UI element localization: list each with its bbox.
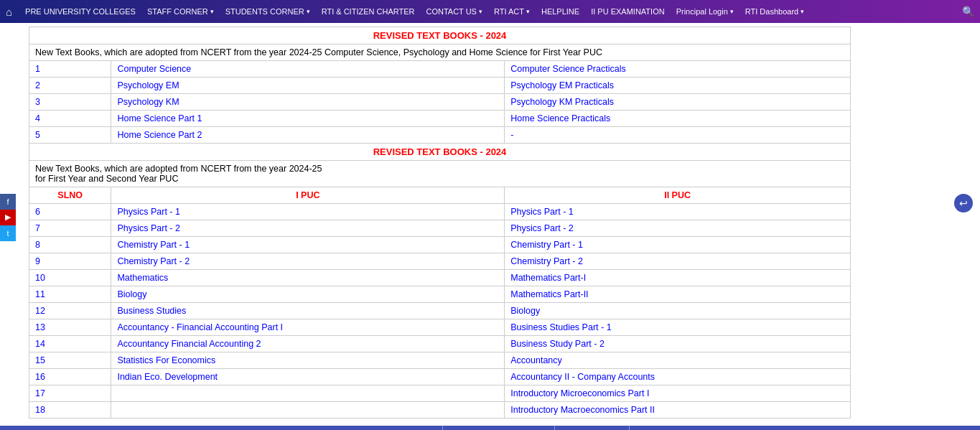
nav-rti-act[interactable]: RTI ACT▾ — [488, 7, 536, 16]
col-ipuc: I PUC — [111, 187, 505, 204]
col-iipuc: II PUC — [505, 187, 851, 204]
section1-info-row: New Text Books, which are adopted from N… — [29, 45, 851, 61]
footer-visitors[interactable]: Visitors — [555, 426, 629, 430]
nav-rti-dashboard[interactable]: RTI Dashboard▾ — [739, 7, 810, 16]
table-row: 9 Chemistry Part - 2 Chemistry Part - 2 — [29, 253, 851, 270]
iipuc-cell[interactable]: Computer Science Practicals — [505, 61, 851, 78]
ipuc-cell[interactable]: Computer Science — [111, 61, 505, 78]
row-num: 1 — [29, 61, 111, 78]
navbar: ⌂ PRE UNIVERSITY COLLEGES STAFF CORNER▾ … — [0, 0, 980, 23]
nav-rti-citizen[interactable]: RTI & CITIZEN CHARTER — [316, 7, 421, 16]
table-row: 13 Accountancy - Financial Accounting Pa… — [29, 319, 851, 336]
section1-header-cell: REVISED TEXT BOOKS - 2024 — [29, 27, 851, 45]
table-row: 8 Chemistry Part - 1 Chemistry Part - 1 — [29, 237, 851, 253]
nav-staff-corner[interactable]: STAFF CORNER▾ — [141, 7, 220, 16]
table-row: 6 Physics Part - 1 Physics Part - 1 — [29, 204, 851, 220]
table-row: 1 Computer Science Computer Science Prac… — [29, 61, 851, 78]
table-row: 11 Biology Mathematics Part-II — [29, 286, 851, 303]
facebook-button[interactable]: f — [0, 194, 16, 210]
ipuc-cell[interactable]: Home Science Part 2 — [111, 127, 505, 144]
table-row: 3 Psychology KM Psychology KM Practicals — [29, 94, 851, 111]
table-row: 18 Introductory Macroeconomics Part II — [29, 402, 851, 419]
iipuc-cell[interactable]: Psychology EM Practicals — [505, 78, 851, 94]
section2-info-cell: New Text Books, which are adopted from N… — [29, 161, 851, 187]
footer: Disclaimer : Website Policies Visitors ⊕ — [0, 426, 980, 430]
iipuc-cell: - — [505, 127, 851, 144]
search-icon[interactable]: 🔍 — [962, 6, 974, 17]
table-row: 15 Statistics For Economics Accountancy — [29, 352, 851, 369]
table-row: 16 Indian Eco. Development Accountancy I… — [29, 369, 851, 385]
nav-contact-us[interactable]: CONTACT US▾ — [420, 7, 488, 16]
iipuc-cell[interactable]: Psychology KM Practicals — [505, 94, 851, 111]
ipuc-cell[interactable]: Home Science Part 1 — [111, 111, 505, 127]
col-slno: SLNO — [29, 187, 111, 204]
table-row: 4 Home Science Part 1 Home Science Pract… — [29, 111, 851, 127]
twitter-button[interactable]: t — [0, 225, 16, 241]
youtube-button[interactable]: ▶ — [0, 210, 16, 225]
table-row: 14 Accountancy Financial Accounting 2 Bu… — [29, 336, 851, 352]
social-sidebar: f ▶ t — [0, 194, 16, 241]
ipuc-cell[interactable]: Psychology EM — [111, 78, 505, 94]
iipuc-cell[interactable]: Home Science Practicals — [505, 111, 851, 127]
textbooks-table: REVISED TEXT BOOKS - 2024 New Text Books… — [29, 27, 851, 419]
scroll-top-right-button[interactable]: ↩ — [954, 194, 973, 212]
row-num: 4 — [29, 111, 111, 127]
table-row: 12 Business Studies Biology — [29, 303, 851, 319]
nav-students-corner[interactable]: STUDENTS CORNER▾ — [220, 7, 316, 16]
row-num: 3 — [29, 94, 111, 111]
nav-pre-university[interactable]: PRE UNIVERSITY COLLEGES — [19, 7, 141, 16]
section2-header-cell: REVISED TEXT BOOKS - 2024 — [29, 144, 851, 161]
section1-header-row: REVISED TEXT BOOKS - 2024 — [29, 27, 851, 45]
section2-info-row: New Text Books, which are adopted from N… — [29, 161, 851, 187]
row-num: 2 — [29, 78, 111, 94]
table-row: 7 Physics Part - 2 Physics Part - 2 — [29, 220, 851, 237]
table-row: 17 Introductory Microeconomics Part I — [29, 385, 851, 402]
table-row: 5 Home Science Part 2 - — [29, 127, 851, 144]
home-icon[interactable]: ⌂ — [6, 6, 12, 18]
row-num: 5 — [29, 127, 111, 144]
main-content: REVISED TEXT BOOKS - 2024 New Text Books… — [0, 27, 980, 426]
footer-disclaimer[interactable]: Disclaimer : — [350, 426, 443, 430]
table-row: 2 Psychology EM Psychology EM Practicals — [29, 78, 851, 94]
nav-ii-pu[interactable]: II PU EXAMINATION — [585, 7, 670, 16]
table-row: 10 Mathematics Mathematics Part-I — [29, 270, 851, 286]
section2-col-header-row: SLNO I PUC II PUC — [29, 187, 851, 204]
section1-info-cell: New Text Books, which are adopted from N… — [29, 45, 851, 61]
ipuc-cell[interactable]: Psychology KM — [111, 94, 505, 111]
section2-header-row: REVISED TEXT BOOKS - 2024 — [29, 144, 851, 161]
nav-helpline[interactable]: HELPLINE — [536, 7, 585, 16]
nav-principal-login[interactable]: Principal Login▾ — [671, 7, 739, 16]
footer-policies[interactable]: Website Policies — [443, 426, 555, 430]
